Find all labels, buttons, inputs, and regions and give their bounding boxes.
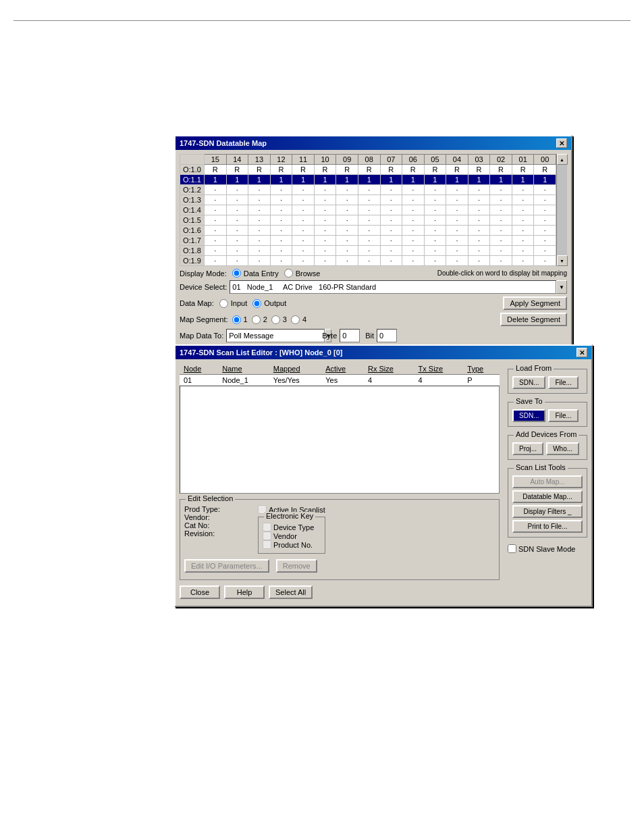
- file-save-button[interactable]: File...: [548, 409, 578, 422]
- output-radio-label: Output: [264, 299, 286, 307]
- electronic-key-group: Electronic Key Device Type: [258, 517, 325, 554]
- device-select-arrow[interactable]: ▼: [556, 280, 567, 294]
- col-type: Type: [463, 363, 500, 375]
- map-data-to-input[interactable]: [226, 329, 325, 342]
- load-from-group: Load From SDN... File...: [508, 369, 587, 394]
- seg3-radio[interactable]: [271, 315, 280, 324]
- prod-type-label: Prod Type:: [184, 505, 220, 513]
- dialog2-titlebar[interactable]: 1747-SDN Scan List Editor : [WHO] Node_0…: [176, 346, 591, 359]
- seg4-radio[interactable]: [291, 315, 300, 324]
- edit-selection-title: Edit Selection: [186, 494, 235, 502]
- dialog2-close-button[interactable]: Close: [180, 585, 220, 599]
- display-filters-button[interactable]: Display Filters _: [512, 505, 583, 518]
- byte-label: Byte: [322, 332, 337, 340]
- device-select-input[interactable]: [230, 280, 556, 294]
- data-map-output-radio[interactable]: Output: [252, 299, 286, 308]
- scan-list-table: Node Name Mapped Active Rx Size Tx Size …: [180, 363, 500, 386]
- electronic-key-title: Electronic Key: [264, 512, 315, 520]
- seg3-label: 3: [283, 315, 287, 323]
- product-no-check[interactable]: Product No.: [263, 540, 321, 549]
- seg4-label: 4: [302, 315, 306, 323]
- vendor-check-input[interactable]: [263, 531, 271, 540]
- data-entry-radio-input[interactable]: [232, 269, 241, 278]
- scroll-up-btn[interactable]: ▲: [557, 154, 568, 165]
- col-tx-size: Tx Size: [414, 363, 464, 375]
- bit-input[interactable]: [377, 329, 397, 342]
- input-radio[interactable]: [219, 299, 228, 308]
- add-devices-group: Add Devices From Proj... Who...: [508, 435, 587, 460]
- display-mode-label: Display Mode:: [180, 269, 227, 278]
- product-no-text: Product No.: [273, 541, 313, 549]
- dialog2-close-icon[interactable]: ✕: [576, 348, 587, 357]
- scroll-track[interactable]: [557, 165, 567, 255]
- seg1-radio[interactable]: [232, 315, 241, 324]
- display-mode-browse-radio[interactable]: Browse: [284, 269, 321, 278]
- sdn-load-button[interactable]: SDN...: [512, 376, 545, 389]
- scan-list-row[interactable]: 01Node_1Yes/YesYes44P: [180, 375, 500, 386]
- device-type-text: Device Type: [273, 523, 314, 531]
- auto-map-button[interactable]: Auto Map...: [512, 475, 583, 488]
- save-to-group: Save To SDN... File...: [508, 402, 587, 427]
- col-active: Active: [321, 363, 364, 375]
- sdn-slave-mode-text: SDN Slave Mode: [518, 545, 575, 553]
- seg2-label: 2: [263, 315, 267, 323]
- sdn-save-button[interactable]: SDN...: [512, 409, 545, 422]
- sdn-slave-mode-input[interactable]: [508, 544, 516, 553]
- sdn-slave-mode-check[interactable]: SDN Slave Mode: [508, 544, 587, 553]
- scan-list-editor-dialog: 1747-SDN Scan List Editor : [WHO] Node_0…: [174, 344, 593, 607]
- file-load-button[interactable]: File...: [548, 376, 578, 389]
- double-click-hint: Double-click on word to display bit mapp…: [437, 269, 567, 277]
- col-rx-size: Rx Size: [364, 363, 414, 375]
- dialog2-title: 1747-SDN Scan List Editor : [WHO] Node_0…: [180, 348, 342, 357]
- scroll-down-btn[interactable]: ▼: [557, 255, 568, 266]
- seg1-label: 1: [244, 315, 248, 323]
- data-map-label: Data Map:: [180, 299, 214, 307]
- cat-no-label: Cat No:: [184, 521, 220, 529]
- data-table: 151413121110 090807060504 03020100 O:1.0…: [180, 154, 556, 266]
- scan-list-tools-title: Scan List Tools: [514, 463, 568, 471]
- byte-input[interactable]: [340, 329, 360, 342]
- proj-button[interactable]: Proj...: [512, 442, 543, 455]
- map-seg-2-radio[interactable]: 2: [252, 315, 267, 324]
- scan-list-tools-group: Scan List Tools Auto Map... Datatable Ma…: [508, 468, 587, 538]
- map-seg-3-radio[interactable]: 3: [271, 315, 287, 324]
- vendor-label: Vendor:: [184, 513, 220, 521]
- device-type-input[interactable]: [263, 523, 271, 531]
- load-from-title: Load From: [514, 364, 554, 372]
- bit-label: Bit: [365, 332, 374, 340]
- vendor-check[interactable]: Vendor: [263, 531, 321, 540]
- datatable-scrollbar[interactable]: ▲ ▼: [556, 154, 567, 266]
- select-all-button[interactable]: Select All: [269, 585, 313, 599]
- col-node: Node: [180, 363, 218, 375]
- edit-selection-group: Edit Selection Prod Type: Vendor: Cat No…: [180, 499, 500, 580]
- revision-label: Revision:: [184, 529, 220, 538]
- browse-radio-input[interactable]: [284, 269, 293, 278]
- scan-print-to-file-button[interactable]: Print to File...: [512, 520, 583, 533]
- map-seg-4-radio[interactable]: 4: [291, 315, 306, 324]
- dialog1-titlebar[interactable]: 1747-SDN Datatable Map ✕: [176, 136, 571, 150]
- dialog1-close-icon[interactable]: ✕: [556, 138, 567, 148]
- device-select-dropdown[interactable]: ▼: [230, 280, 567, 294]
- map-data-to-dropdown[interactable]: ▼: [226, 329, 314, 342]
- delete-segment-button[interactable]: Delete Segment: [500, 313, 567, 326]
- col-name: Name: [218, 363, 269, 375]
- output-radio[interactable]: [252, 299, 261, 308]
- dialog2-help-button[interactable]: Help: [224, 585, 265, 599]
- who-button[interactable]: Who...: [546, 442, 579, 455]
- datatable-map-button[interactable]: Datatable Map...: [512, 490, 583, 503]
- dialog1-title: 1747-SDN Datatable Map: [180, 139, 267, 147]
- remove-button[interactable]: Remove: [276, 559, 317, 573]
- display-mode-data-entry-radio[interactable]: Data Entry: [232, 269, 279, 278]
- browse-label: Browse: [296, 269, 321, 278]
- data-map-input-radio[interactable]: Input: [219, 299, 247, 308]
- data-entry-label: Data Entry: [244, 269, 279, 278]
- apply-segment-button[interactable]: Apply Segment: [503, 296, 567, 310]
- product-no-input[interactable]: [263, 540, 271, 549]
- device-type-check[interactable]: Device Type: [263, 523, 321, 531]
- edit-io-params-button[interactable]: Edit I/O Parameters...: [184, 559, 269, 573]
- map-segment-label: Map Segment:: [180, 315, 228, 323]
- scan-list-area[interactable]: [180, 386, 500, 494]
- input-radio-label: Input: [231, 299, 247, 307]
- seg2-radio[interactable]: [252, 315, 261, 324]
- map-seg-1-radio[interactable]: 1: [232, 315, 248, 324]
